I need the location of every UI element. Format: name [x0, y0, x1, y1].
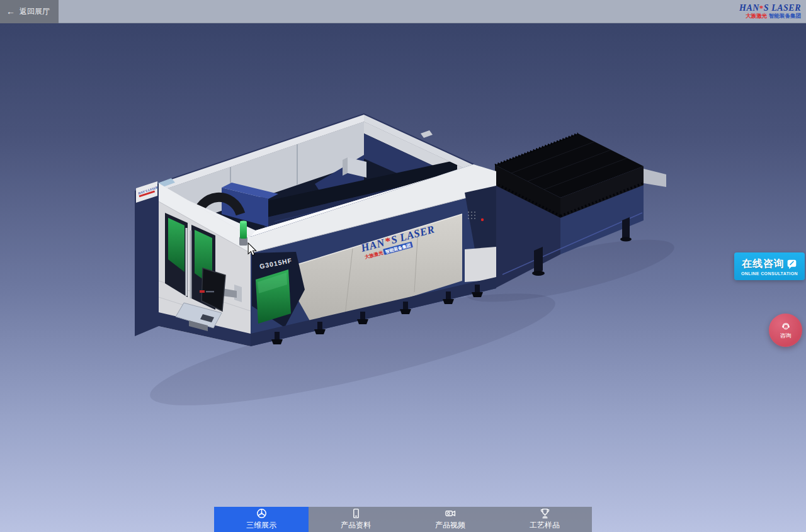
back-to-hall-button[interactable]: ← 返回展厅: [0, 0, 59, 23]
svg-text:大族激光: 大族激光: [364, 249, 384, 260]
product-docs-icon: [351, 508, 361, 519]
logo-star-icon: *: [759, 3, 764, 13]
tab-product-video[interactable]: 产品视频: [403, 507, 497, 532]
logo-subtitle: 大族激光智能装备集团: [739, 13, 801, 19]
cable-arch: [196, 197, 241, 218]
consult-bubble-button[interactable]: 咨询: [769, 314, 802, 347]
tab-label: 产品视频: [435, 520, 465, 531]
3d-view-icon: [256, 508, 267, 519]
status-indicator-light: [481, 218, 484, 221]
svg-text:HAN*S LASER: HAN*S LASER: [359, 223, 436, 254]
tower-signal-light: [239, 221, 247, 246]
customer-service-icon: [780, 320, 792, 332]
ground-shadow: [143, 227, 679, 427]
machine-model-label: G3015HF: [259, 256, 293, 270]
leveling-feet: [271, 285, 483, 344]
viewing-window: [256, 269, 291, 324]
machine-left-side: HAN'S LASER: [135, 181, 159, 336]
consult-bubble-label: 咨询: [780, 332, 792, 340]
tab-label: 三维展示: [246, 520, 276, 531]
online-consultation-label: 在线咨询: [742, 258, 785, 271]
back-arrow-icon: ←: [6, 7, 15, 16]
machine-front-cabin: [159, 183, 251, 346]
keyboard-tray: [176, 303, 222, 328]
logo-wordmark: HAN*S LASER: [739, 4, 801, 13]
tab-3d-view[interactable]: 三维展示: [214, 507, 309, 532]
tab-label: 工艺样品: [530, 520, 560, 531]
machine-interior: [155, 114, 474, 237]
model-badge-panel: [252, 252, 305, 327]
top-bar: ← 返回展厅 HAN*S LASER 大族激光智能装备集团: [0, 0, 806, 23]
exchange-table: [495, 133, 666, 288]
svg-text:智能装备集团: 智能装备集团: [384, 242, 412, 255]
bottom-tab-bar: 三维展示 产品资料 产品视频: [214, 507, 592, 532]
sample-trophy-icon: [540, 508, 550, 519]
tab-product-docs[interactable]: 产品资料: [309, 507, 403, 532]
machine-front-panel: HAN*S LASER 大族激光 智能装备集团 G3015HF: [251, 164, 496, 346]
online-consultation-subtitle: ONLINE CONSULTATION: [741, 271, 798, 276]
cabin-doors: [165, 213, 215, 310]
side-plate-logo: HAN'S LASER: [137, 186, 159, 198]
console-screen: [202, 268, 225, 311]
back-label: 返回展厅: [20, 6, 50, 17]
app-window: HAN'S LASER: [0, 0, 806, 532]
chat-pencil-icon: [786, 259, 797, 269]
svg-text:G3015HF: G3015HF: [259, 256, 293, 270]
product-video-icon: [445, 508, 456, 519]
branding-panel: [281, 214, 462, 327]
tab-label: 产品资料: [341, 520, 371, 531]
hans-laser-logo: HAN*S LASER 大族激光智能装备集团: [739, 4, 806, 20]
laser-machine-render: HAN'S LASER: [0, 0, 806, 532]
machine-top-rim: [155, 114, 474, 237]
3d-viewer-canvas[interactable]: HAN'S LASER: [0, 23, 806, 532]
control-console: [176, 268, 242, 331]
tab-process-samples[interactable]: 工艺样品: [497, 507, 592, 532]
svg-text:HAN'S LASER: HAN'S LASER: [137, 186, 159, 195]
machine-brand-logo: HAN*S LASER 大族激光 智能装备集团: [359, 223, 438, 260]
online-consultation-button[interactable]: 在线咨询 ONLINE CONSULTATION: [734, 252, 805, 280]
